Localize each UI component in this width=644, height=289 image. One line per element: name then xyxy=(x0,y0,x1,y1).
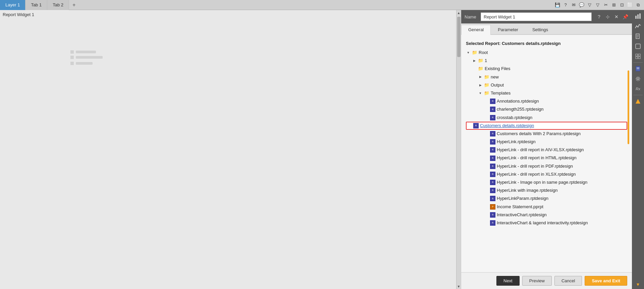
rt-gear-icon[interactable] xyxy=(633,74,643,83)
tree-item-hyperlink[interactable]: RHyperLink.rptdesign xyxy=(466,138,627,146)
rt-grid-icon[interactable] xyxy=(633,52,643,61)
panel-header: Name ? ⊹ ✕ 📌 xyxy=(461,10,632,23)
mail-icon[interactable]: ✉ xyxy=(570,2,577,8)
canvas-area: Report Widget 1 ▲ ▼ xyxy=(0,10,461,289)
panel-scroll-indicator xyxy=(628,70,629,144)
save-icon[interactable]: 💾 xyxy=(554,2,561,8)
tree-item-interactivechart[interactable]: RInteractiveChart.rptdesign xyxy=(466,211,627,219)
filter-icon[interactable]: ▽ xyxy=(586,2,593,8)
rt-down-arrow-icon[interactable]: ▼ xyxy=(633,280,643,289)
panel-footer: Next Preview Cancel Save and Exit xyxy=(461,272,632,289)
panel-pin-icon[interactable]: 📌 xyxy=(622,14,629,19)
scrollbar-thumb[interactable] xyxy=(457,17,461,57)
tree-expand-new[interactable]: ▶ xyxy=(478,75,483,79)
rt-bar-chart-icon[interactable] xyxy=(633,11,643,21)
tree-item-root[interactable]: ▼📁Root xyxy=(466,49,627,57)
tree-expand-1[interactable]: ▶ xyxy=(472,58,477,63)
scrollbar-down-button[interactable]: ▼ xyxy=(457,284,461,289)
tree-label-hyperlink_pdf: HyperLink - drill report in PDF.rptdesig… xyxy=(497,163,573,169)
tree-label-hyperlink_img: HyperLink - Image opn in same page.rptde… xyxy=(497,179,587,185)
scissors-icon[interactable]: ✂ xyxy=(602,2,609,8)
tree-item-charlength[interactable]: Rcharlength255.rptdesign xyxy=(466,105,627,113)
tab-tab2[interactable]: Tab 2 xyxy=(47,0,69,10)
save-exit-button[interactable]: Save and Exit xyxy=(585,276,627,286)
tree-label-annotations: Annotations.rptdesign xyxy=(497,98,539,104)
tree-item-income[interactable]: PIncome Statement.pprpt xyxy=(466,203,627,211)
tree-item-hyperlink_xlsx[interactable]: RHyperLink - drill report in XLSX.rptdes… xyxy=(466,170,627,178)
widget-placeholder xyxy=(70,50,103,65)
canvas-label: Report Widget 1 xyxy=(3,12,34,17)
rt-report-icon[interactable] xyxy=(633,64,643,73)
report-icon-annotations: R xyxy=(490,99,495,104)
next-button[interactable]: Next xyxy=(496,276,520,286)
tree-expand-templates[interactable]: ▼ xyxy=(478,91,483,96)
panel-move-icon[interactable]: ⊹ xyxy=(604,14,611,19)
tab-add-button[interactable]: + xyxy=(69,2,79,8)
tree-expand-root[interactable]: ▼ xyxy=(466,50,471,55)
preview-button[interactable]: Preview xyxy=(522,276,552,286)
name-label: Name xyxy=(465,14,478,19)
help-icon[interactable]: ? xyxy=(562,2,569,8)
tree-item-templates[interactable]: ▼📁Templates xyxy=(466,89,627,97)
table-icon[interactable]: ⊞ xyxy=(610,2,617,8)
rt-orange-icon[interactable] xyxy=(633,97,643,106)
tree-label-charlength: charlength255.rptdesign xyxy=(497,106,544,112)
tree-item-annotations[interactable]: RAnnotations.rptdesign xyxy=(466,97,627,105)
tree-label-templates: Templates xyxy=(491,90,511,96)
tab-parameter[interactable]: Parameter xyxy=(491,25,525,34)
tree-label-hyperlink_xlsx: HyperLink - drill report in XLSX.rptdesi… xyxy=(497,171,576,177)
tree-label-output: Output xyxy=(491,82,504,88)
svg-marker-16 xyxy=(636,99,640,104)
tree-item-hyperlink_html[interactable]: RHyperLink - drill report in HTML.rptdes… xyxy=(466,154,627,162)
copy-icon[interactable]: ⧉ xyxy=(635,2,641,8)
tree-label-hyperlink_aiv: HyperLink - drill report in AIV-XLSX.rpt… xyxy=(497,147,584,153)
rt-document-icon[interactable] xyxy=(633,32,643,41)
tree-item-existing[interactable]: 📁Existing Files xyxy=(466,65,627,73)
svg-rect-1 xyxy=(637,14,639,19)
tab-settings[interactable]: Settings xyxy=(525,25,555,34)
tree-label-hyperlink_withimg: HyperLink with image.rptdesign xyxy=(497,187,557,193)
rt-formula-icon[interactable]: Rx xyxy=(633,84,643,94)
comment-icon[interactable]: 💬 xyxy=(578,2,585,8)
tree-item-hyperlink_img[interactable]: RHyperLink - Image opn in same page.rptd… xyxy=(466,178,627,186)
tree-item-hyperlink_pdf[interactable]: RHyperLink - drill report in PDF.rptdesi… xyxy=(466,162,627,170)
svg-rect-11 xyxy=(638,57,640,59)
tree-label-customers[interactable]: Customers details.rptdesign xyxy=(480,123,534,129)
tab-general[interactable]: General xyxy=(461,25,491,35)
right-panel: Name ? ⊹ ✕ 📌 General Parameter Settings … xyxy=(461,10,632,289)
cancel-button[interactable]: Cancel xyxy=(554,276,582,286)
scrollbar-up-button[interactable]: ▲ xyxy=(457,10,461,15)
tree-item-crosstab[interactable]: Rcrosstab.rptdesign xyxy=(466,114,627,122)
filter2-icon[interactable]: ▽ xyxy=(594,2,601,8)
widget-name-input[interactable] xyxy=(481,12,592,21)
report-icon-hyperlink_withimg: R xyxy=(490,188,495,193)
tab-tab1[interactable]: Tab 1 xyxy=(25,0,47,10)
panel-tabs: General Parameter Settings xyxy=(461,23,632,35)
panel-help-icon[interactable]: ? xyxy=(596,14,602,19)
svg-rect-7 xyxy=(636,44,640,49)
tree-label-root: Root xyxy=(479,50,488,56)
rt-line-chart-icon[interactable] xyxy=(633,21,643,31)
rt-shape-icon[interactable] xyxy=(633,42,643,51)
tab-layer1[interactable]: Layer 1 xyxy=(0,0,25,10)
tree-item-1[interactable]: ▶📁1 xyxy=(466,57,627,65)
tree-item-output[interactable]: ▶📁Output xyxy=(466,81,627,89)
tree-expand-output[interactable]: ▶ xyxy=(478,83,483,88)
tree-item-new[interactable]: ▶📁new xyxy=(466,73,627,81)
tree-item-interactivechart2[interactable]: RInteractiveChart & lagend interactivity… xyxy=(466,219,627,227)
ppt-icon-income: P xyxy=(490,204,495,210)
main-area: Report Widget 1 ▲ ▼ Name xyxy=(0,10,644,289)
panel-close-icon[interactable]: ✕ xyxy=(613,14,620,19)
layout-icon[interactable]: ⬜ xyxy=(627,2,633,8)
tree-item-hyperlink_withimg[interactable]: RHyperLink with image.rptdesign xyxy=(466,186,627,194)
panel-header-icons: ? ⊹ ✕ 📌 xyxy=(596,14,629,19)
tree-item-hyperlinkparam[interactable]: RHyperLinkParam.rptdesign xyxy=(466,194,627,203)
tree-item-customers2params[interactable]: RCustomers details With 2 Params.rptdesi… xyxy=(466,130,627,138)
panel-content: Selected Report: Customers details.rptde… xyxy=(461,35,632,272)
tree-item-hyperlink_aiv[interactable]: RHyperLink - drill report in AIV-XLSX.rp… xyxy=(466,146,627,154)
tree-label-existing: Existing Files xyxy=(485,66,511,72)
svg-rect-10 xyxy=(636,57,638,59)
tree-item-customers[interactable]: RCustomers details.rptdesign xyxy=(466,122,627,130)
chart-icon[interactable]: ⊡ xyxy=(619,2,625,8)
canvas-scrollbar[interactable]: ▲ ▼ xyxy=(456,10,461,289)
